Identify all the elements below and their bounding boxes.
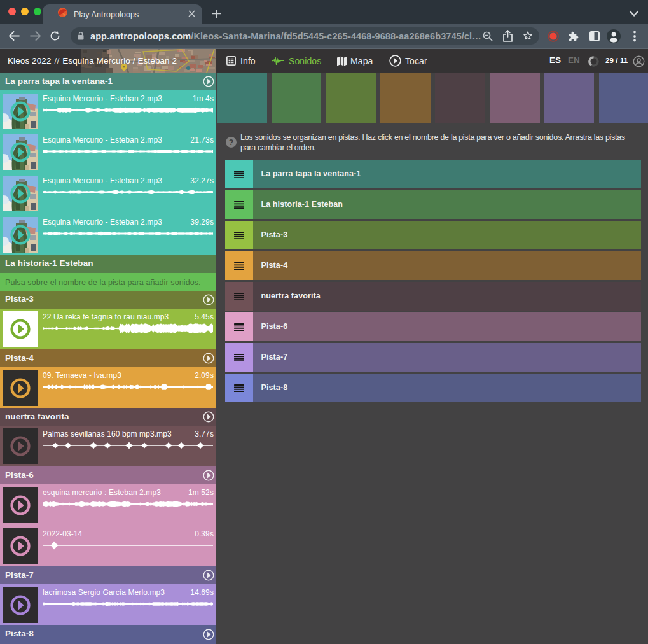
svg-text:?: ?: [228, 137, 233, 146]
